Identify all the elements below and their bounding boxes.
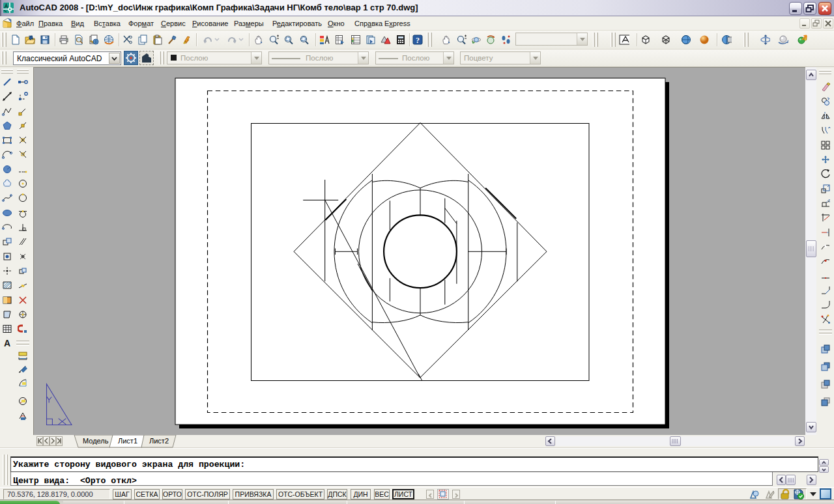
svg-text:?: ?: [416, 36, 420, 45]
svg-text:Лист2: Лист2: [149, 437, 169, 445]
svg-text:Модель: Модель: [83, 437, 109, 445]
svg-text:A: A: [4, 338, 10, 348]
svg-text:Лист1: Лист1: [118, 437, 137, 445]
